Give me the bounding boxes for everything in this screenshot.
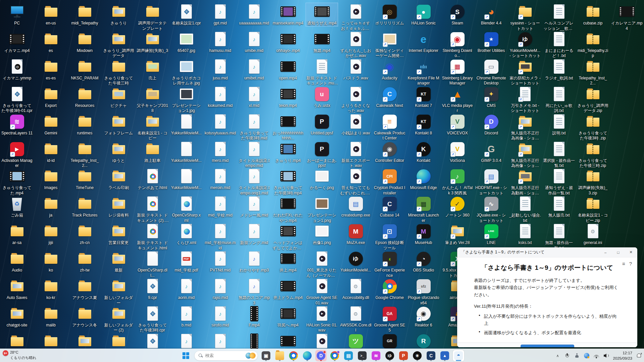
desktop-icon[interactable]: ◔OBS Studio xyxy=(407,250,440,274)
taskbar-app-notepad[interactable]: ▤ xyxy=(343,350,354,361)
taskbar-app-cubase[interactable]: C xyxy=(425,350,437,361)
desktop-icon[interactable]: きゅうり_調声用データ xyxy=(102,30,135,59)
desktop-icon[interactable]: ◉Steinberg Downlo... xyxy=(441,30,474,59)
desktop-icon[interactable]: teion.mp4 xyxy=(272,85,304,109)
desktop-icon[interactable]: 新規 テキスト ドキュメント (2).html xyxy=(136,195,169,224)
desktop-icon[interactable]: KTKontakt 8 xyxy=(407,113,440,136)
search-box[interactable] xyxy=(194,351,258,361)
desktop-icon[interactable]: Accessibility.dll xyxy=(339,277,372,301)
desktop-icon[interactable]: ▤createdump.exe xyxy=(339,195,372,219)
desktop-icon[interactable]: 通知うぜえ - 親作品一覧.txt xyxy=(543,167,575,196)
wifi-icon[interactable] xyxy=(593,352,599,360)
list-icon[interactable]: ≡ xyxy=(622,261,625,266)
desktop-icon[interactable]: ゆYukkuriMovieM... xyxy=(339,250,372,274)
desktop-icon[interactable]: YukkuriMovieM... xyxy=(170,140,203,164)
start-button[interactable] xyxy=(180,350,192,361)
desktop-icon[interactable]: ◉Audacity xyxy=(373,58,406,81)
desktop-icon[interactable] xyxy=(102,332,135,351)
desktop-icon[interactable]: YukkuriMovieM... xyxy=(170,113,203,136)
desktop-icon[interactable]: 選択肢 - 親作品一覧.txt xyxy=(543,140,575,169)
desktop-icon[interactable]: CCubase 14 xyxy=(373,195,406,219)
desktop-icon[interactable]: 新規 テキスト ドキュメント.html xyxy=(136,222,169,251)
desktop-icon[interactable]: フォトフレーム xyxy=(102,113,135,136)
desktop-icon[interactable]: イカマニ.ymmp xyxy=(1,58,33,81)
desktop-icon[interactable]: メドレー風.mid xyxy=(238,195,270,219)
desktop-icon[interactable]: Mixdown xyxy=(68,30,101,54)
desktop-icon[interactable]: Telepathy_Inst_2... xyxy=(68,140,101,169)
taskbar-app-chatgpt[interactable]: ✳ xyxy=(412,350,423,361)
desktop-icon[interactable]: きゅうり食ってた.mp4 xyxy=(1,167,33,196)
desktop-icon[interactable]: SSteam xyxy=(441,3,474,26)
desktop-icon[interactable]: 調声練習(失敗)_3 xyxy=(136,30,169,54)
desktop-icon[interactable]: テンポあて.html xyxy=(136,167,169,191)
desktop-icon[interactable]: 答え知っててもむずいわこれ.wav xyxy=(339,167,372,196)
desktop-icon[interactable]: きゅうり食ってた午後三時 xyxy=(102,58,135,86)
desktop-icon[interactable] xyxy=(170,332,203,351)
desktop-icon[interactable]: DDiscord xyxy=(475,113,507,136)
desktop-icon[interactable]: ✦CMS xyxy=(475,85,507,109)
desktop-icon[interactable]: ▲VLC media player xyxy=(441,85,474,114)
taskbar-app-sayonara-tegaki-app[interactable]: ◓ xyxy=(453,350,464,361)
desktop-icon[interactable]: 無人販売.txt xyxy=(543,195,575,219)
desktop-icon[interactable]: cubase.zip xyxy=(577,3,609,26)
desktop-icon[interactable] xyxy=(204,332,236,351)
desktop-icon[interactable]: ♪かんたん！ AITalk 3 関西風 xyxy=(441,167,474,196)
desktop-icon[interactable]: ∿JQuake.exe - ショートカット xyxy=(475,195,507,224)
desktop-icon[interactable]: ヘルスコンプレッション__歌詞.txt xyxy=(543,3,575,32)
desktop-icon[interactable]: hamusu.mid xyxy=(204,30,236,54)
desktop-icon[interactable]: ✓ノートン 360 xyxy=(441,195,474,219)
desktop-icon[interactable]: AWSSDK.Core.dll xyxy=(339,305,372,334)
desktop-icon[interactable]: 井上ドラム.mp4 xyxy=(272,277,304,301)
desktop-icon[interactable]: 65407.jpg xyxy=(170,30,203,54)
desktop-icon[interactable]: おっhhhhhhhhhhhhhh... xyxy=(272,113,304,141)
desktop-icon[interactable]: ♻ごみ箱 xyxy=(1,195,33,219)
tray-overflow-chevron-icon[interactable]: ∧ xyxy=(554,352,560,360)
desktop-icon[interactable]: ゆうと xyxy=(102,140,135,164)
desktop-icon[interactable]: PC xyxy=(1,3,33,26)
desktop-icon[interactable]: きゅうり食ってた午後3時 .zip xyxy=(577,113,609,141)
desktop-icon[interactable]: きゅうり食ってた午後3時.mp4 xyxy=(272,167,304,196)
desktop-icon[interactable]: mid_学校.pdf xyxy=(170,250,203,274)
desktop-icon[interactable]: GGIMP 3.0.4 xyxy=(475,140,507,164)
desktop-icon[interactable]: だれだFXいれたやつ.mp4 xyxy=(272,195,304,224)
desktop-icon[interactable]: 無人販売不正行為動画 - ショートカット xyxy=(509,167,541,196)
desktop-icon[interactable]: es-es xyxy=(35,58,67,81)
desktop-icon[interactable]: ●HALion Sonic xyxy=(407,3,440,26)
desktop-icon[interactable]: ksks.txt xyxy=(509,222,541,246)
desktop-icon[interactable]: NKSC_PARAM xyxy=(68,58,101,81)
desktop-icon[interactable]: 路上駐車 xyxy=(136,140,169,164)
desktop-icon[interactable]: Pおーばーまにあ.ppsf xyxy=(306,140,338,169)
taskbar-app-photos[interactable]: ▲ xyxy=(439,350,450,361)
desktop-icon[interactable]: レジ袋有料 xyxy=(102,195,135,219)
taskbar-app-window-stack[interactable]: ▣ xyxy=(260,350,272,361)
desktop-icon[interactable]: 新しいフォルダー xyxy=(102,277,135,306)
desktop-icon[interactable]: ja xyxy=(35,195,67,219)
desktop-icon[interactable]: malib xyxy=(35,305,67,328)
desktop-icon[interactable]: MMuseHub xyxy=(407,222,440,246)
desktop-icon[interactable]: manisekarin.mp4 xyxy=(272,3,304,26)
desktop-icon[interactable]: aorin.mid xyxy=(170,277,203,301)
minimize-button[interactable]: – xyxy=(599,247,612,257)
desktop-icon[interactable]: mid_学校.mid xyxy=(204,195,236,219)
desktop-icon[interactable]: ≋SpectraLayers 11 xyxy=(1,113,33,136)
desktop-icon[interactable]: GR xyxy=(373,332,406,351)
desktop-icon[interactable]: VVOICEVOX xyxy=(441,113,474,136)
volume-icon[interactable] xyxy=(603,352,609,360)
desktop-icon[interactable]: 無題のスコア.mp3 xyxy=(238,277,270,306)
accessibility-icon[interactable] xyxy=(574,352,580,360)
desktop-icon[interactable]: Audio xyxy=(1,250,33,274)
desktop-icon[interactable]: くらび.xml xyxy=(170,222,203,246)
desktop-icon[interactable]: 名称未設定1.cpr xyxy=(170,3,203,26)
desktop-icon[interactable]: PUntitled.ppsf xyxy=(306,113,338,136)
desktop-icon[interactable]: かるーく.png xyxy=(306,167,338,191)
desktop-icon[interactable]: midi_Telepathy.zip xyxy=(577,30,609,59)
desktop-icon[interactable] xyxy=(1,332,33,351)
desktop-icon[interactable]: 羽尻へ.mp4 xyxy=(272,305,304,328)
desktop-icon[interactable]: uうみ.ustx xyxy=(306,85,338,109)
desktop-icon[interactable]: 営業日変更 xyxy=(102,222,135,246)
desktop-icon[interactable]: _起動しない場合.txt xyxy=(509,195,541,224)
desktop-icon[interactable]: タイトル未設定.tempo.orig1.mid xyxy=(238,167,270,196)
taskbar-app-chrome-profile[interactable] xyxy=(329,350,340,361)
desktop-icon[interactable]: 001_東北きりたん（ノーマル）_今じゃ... xyxy=(306,250,338,279)
desktop-icon[interactable]: ⊡Epson 接続診断ツール xyxy=(373,222,406,251)
